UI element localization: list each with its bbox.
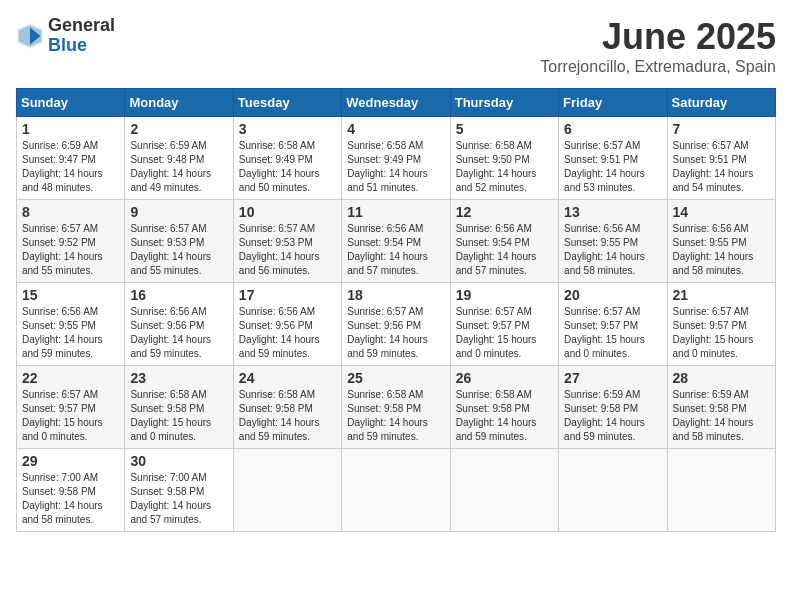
cell-1-5: 13 Sunrise: 6:56 AMSunset: 9:55 PMDaylig… — [559, 200, 667, 283]
day-number: 6 — [564, 121, 661, 137]
day-number: 3 — [239, 121, 336, 137]
cell-0-6: 7 Sunrise: 6:57 AMSunset: 9:51 PMDayligh… — [667, 117, 775, 200]
cell-1-6: 14 Sunrise: 6:56 AMSunset: 9:55 PMDaylig… — [667, 200, 775, 283]
day-number: 19 — [456, 287, 553, 303]
week-row-2: 15 Sunrise: 6:56 AMSunset: 9:55 PMDaylig… — [17, 283, 776, 366]
cell-0-5: 6 Sunrise: 6:57 AMSunset: 9:51 PMDayligh… — [559, 117, 667, 200]
logo-icon — [16, 22, 44, 50]
day-info: Sunrise: 6:57 AMSunset: 9:57 PMDaylight:… — [564, 306, 645, 359]
day-info: Sunrise: 6:56 AMSunset: 9:54 PMDaylight:… — [456, 223, 537, 276]
day-number: 18 — [347, 287, 444, 303]
day-number: 7 — [673, 121, 770, 137]
day-number: 13 — [564, 204, 661, 220]
cell-2-1: 16 Sunrise: 6:56 AMSunset: 9:56 PMDaylig… — [125, 283, 233, 366]
day-number: 22 — [22, 370, 119, 386]
day-info: Sunrise: 6:57 AMSunset: 9:53 PMDaylight:… — [130, 223, 211, 276]
day-number: 4 — [347, 121, 444, 137]
cell-2-6: 21 Sunrise: 6:57 AMSunset: 9:57 PMDaylig… — [667, 283, 775, 366]
cell-0-4: 5 Sunrise: 6:58 AMSunset: 9:50 PMDayligh… — [450, 117, 558, 200]
day-number: 8 — [22, 204, 119, 220]
day-info: Sunrise: 6:58 AMSunset: 9:58 PMDaylight:… — [347, 389, 428, 442]
cell-4-6 — [667, 449, 775, 532]
day-info: Sunrise: 6:58 AMSunset: 9:58 PMDaylight:… — [456, 389, 537, 442]
day-number: 10 — [239, 204, 336, 220]
cell-0-1: 2 Sunrise: 6:59 AMSunset: 9:48 PMDayligh… — [125, 117, 233, 200]
day-number: 27 — [564, 370, 661, 386]
cell-4-2 — [233, 449, 341, 532]
week-row-4: 29 Sunrise: 7:00 AMSunset: 9:58 PMDaylig… — [17, 449, 776, 532]
location-title: Torrejoncillo, Extremadura, Spain — [540, 58, 776, 76]
week-row-0: 1 Sunrise: 6:59 AMSunset: 9:47 PMDayligh… — [17, 117, 776, 200]
logo: General Blue — [16, 16, 115, 56]
day-info: Sunrise: 6:58 AMSunset: 9:58 PMDaylight:… — [130, 389, 211, 442]
cell-4-1: 30 Sunrise: 7:00 AMSunset: 9:58 PMDaylig… — [125, 449, 233, 532]
header-friday: Friday — [559, 89, 667, 117]
week-row-3: 22 Sunrise: 6:57 AMSunset: 9:57 PMDaylig… — [17, 366, 776, 449]
day-info: Sunrise: 6:58 AMSunset: 9:49 PMDaylight:… — [347, 140, 428, 193]
day-info: Sunrise: 7:00 AMSunset: 9:58 PMDaylight:… — [130, 472, 211, 525]
header: General Blue June 2025 Torrejoncillo, Ex… — [16, 16, 776, 76]
cell-1-0: 8 Sunrise: 6:57 AMSunset: 9:52 PMDayligh… — [17, 200, 125, 283]
cell-3-1: 23 Sunrise: 6:58 AMSunset: 9:58 PMDaylig… — [125, 366, 233, 449]
logo-blue: Blue — [48, 36, 115, 56]
month-title: June 2025 — [540, 16, 776, 58]
cell-3-5: 27 Sunrise: 6:59 AMSunset: 9:58 PMDaylig… — [559, 366, 667, 449]
header-thursday: Thursday — [450, 89, 558, 117]
day-number: 21 — [673, 287, 770, 303]
cell-2-3: 18 Sunrise: 6:57 AMSunset: 9:56 PMDaylig… — [342, 283, 450, 366]
cell-4-0: 29 Sunrise: 7:00 AMSunset: 9:58 PMDaylig… — [17, 449, 125, 532]
day-info: Sunrise: 6:56 AMSunset: 9:56 PMDaylight:… — [130, 306, 211, 359]
day-number: 25 — [347, 370, 444, 386]
day-info: Sunrise: 6:58 AMSunset: 9:50 PMDaylight:… — [456, 140, 537, 193]
cell-4-4 — [450, 449, 558, 532]
cell-0-3: 4 Sunrise: 6:58 AMSunset: 9:49 PMDayligh… — [342, 117, 450, 200]
day-info: Sunrise: 6:56 AMSunset: 9:55 PMDaylight:… — [22, 306, 103, 359]
day-info: Sunrise: 6:57 AMSunset: 9:52 PMDaylight:… — [22, 223, 103, 276]
day-info: Sunrise: 6:58 AMSunset: 9:49 PMDaylight:… — [239, 140, 320, 193]
cell-4-5 — [559, 449, 667, 532]
day-number: 11 — [347, 204, 444, 220]
cell-1-2: 10 Sunrise: 6:57 AMSunset: 9:53 PMDaylig… — [233, 200, 341, 283]
cell-3-4: 26 Sunrise: 6:58 AMSunset: 9:58 PMDaylig… — [450, 366, 558, 449]
cell-0-2: 3 Sunrise: 6:58 AMSunset: 9:49 PMDayligh… — [233, 117, 341, 200]
day-info: Sunrise: 6:56 AMSunset: 9:56 PMDaylight:… — [239, 306, 320, 359]
title-area: June 2025 Torrejoncillo, Extremadura, Sp… — [540, 16, 776, 76]
cell-1-1: 9 Sunrise: 6:57 AMSunset: 9:53 PMDayligh… — [125, 200, 233, 283]
cell-2-0: 15 Sunrise: 6:56 AMSunset: 9:55 PMDaylig… — [17, 283, 125, 366]
day-info: Sunrise: 6:59 AMSunset: 9:58 PMDaylight:… — [564, 389, 645, 442]
day-number: 29 — [22, 453, 119, 469]
day-number: 20 — [564, 287, 661, 303]
day-info: Sunrise: 6:56 AMSunset: 9:54 PMDaylight:… — [347, 223, 428, 276]
cell-0-0: 1 Sunrise: 6:59 AMSunset: 9:47 PMDayligh… — [17, 117, 125, 200]
day-info: Sunrise: 6:57 AMSunset: 9:51 PMDaylight:… — [673, 140, 754, 193]
header-monday: Monday — [125, 89, 233, 117]
cell-1-4: 12 Sunrise: 6:56 AMSunset: 9:54 PMDaylig… — [450, 200, 558, 283]
day-info: Sunrise: 6:56 AMSunset: 9:55 PMDaylight:… — [564, 223, 645, 276]
header-row: Sunday Monday Tuesday Wednesday Thursday… — [17, 89, 776, 117]
day-info: Sunrise: 6:57 AMSunset: 9:51 PMDaylight:… — [564, 140, 645, 193]
day-info: Sunrise: 6:57 AMSunset: 9:57 PMDaylight:… — [673, 306, 754, 359]
day-info: Sunrise: 6:57 AMSunset: 9:57 PMDaylight:… — [22, 389, 103, 442]
day-info: Sunrise: 7:00 AMSunset: 9:58 PMDaylight:… — [22, 472, 103, 525]
cell-2-2: 17 Sunrise: 6:56 AMSunset: 9:56 PMDaylig… — [233, 283, 341, 366]
day-number: 17 — [239, 287, 336, 303]
day-info: Sunrise: 6:58 AMSunset: 9:58 PMDaylight:… — [239, 389, 320, 442]
day-info: Sunrise: 6:59 AMSunset: 9:47 PMDaylight:… — [22, 140, 103, 193]
cell-3-3: 25 Sunrise: 6:58 AMSunset: 9:58 PMDaylig… — [342, 366, 450, 449]
cell-2-5: 20 Sunrise: 6:57 AMSunset: 9:57 PMDaylig… — [559, 283, 667, 366]
cell-2-4: 19 Sunrise: 6:57 AMSunset: 9:57 PMDaylig… — [450, 283, 558, 366]
day-info: Sunrise: 6:59 AMSunset: 9:58 PMDaylight:… — [673, 389, 754, 442]
cell-3-6: 28 Sunrise: 6:59 AMSunset: 9:58 PMDaylig… — [667, 366, 775, 449]
day-info: Sunrise: 6:57 AMSunset: 9:53 PMDaylight:… — [239, 223, 320, 276]
day-number: 26 — [456, 370, 553, 386]
logo-general: General — [48, 16, 115, 36]
day-number: 23 — [130, 370, 227, 386]
header-wednesday: Wednesday — [342, 89, 450, 117]
cell-1-3: 11 Sunrise: 6:56 AMSunset: 9:54 PMDaylig… — [342, 200, 450, 283]
day-info: Sunrise: 6:56 AMSunset: 9:55 PMDaylight:… — [673, 223, 754, 276]
day-number: 16 — [130, 287, 227, 303]
day-number: 28 — [673, 370, 770, 386]
header-tuesday: Tuesday — [233, 89, 341, 117]
day-number: 1 — [22, 121, 119, 137]
cell-3-0: 22 Sunrise: 6:57 AMSunset: 9:57 PMDaylig… — [17, 366, 125, 449]
